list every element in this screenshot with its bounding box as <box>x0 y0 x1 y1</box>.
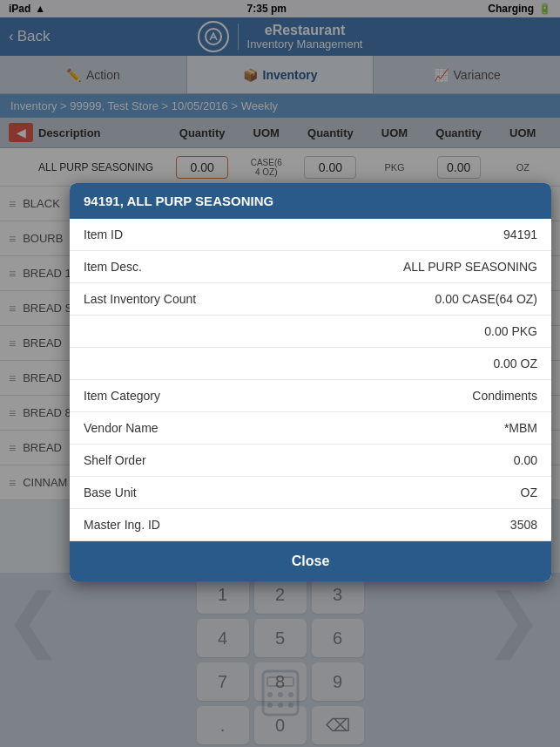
modal-header: 94191, ALL PURP SEASONING <box>70 183 551 219</box>
close-button[interactable]: Close <box>70 541 551 581</box>
last-count-label: Last Inventory Count <box>84 292 196 306</box>
vendor-label: Vendor Name <box>84 421 159 435</box>
modal-row-shelforder: Shelf Order 0.00 <box>70 445 551 477</box>
modal-row-itemid: Item ID 94191 <box>70 219 551 251</box>
category-value: Condiments <box>472 389 537 403</box>
item-id-value: 94191 <box>503 227 537 241</box>
item-desc-label: Item Desc. <box>84 260 142 274</box>
last-count-value: 0.00 CASE(64 OZ) <box>435 292 538 306</box>
shelforder-value: 0.00 <box>514 453 537 467</box>
baseunit-value: OZ <box>521 486 537 499</box>
oz-value: 0.00 OZ <box>493 357 537 370</box>
modal-row-vendor: Vendor Name *MBM <box>70 412 551 445</box>
item-desc-value: ALL PURP SEASONING <box>403 260 537 274</box>
modal-row-pkg: 0.00 PKG <box>70 316 551 348</box>
shelforder-label: Shelf Order <box>84 453 146 467</box>
item-id-label: Item ID <box>84 227 123 241</box>
modal-row-baseunit: Base Unit OZ <box>70 477 551 509</box>
modal-body: Item ID 94191 Item Desc. ALL PURP SEASON… <box>70 219 551 541</box>
vendor-value: *MBM <box>504 421 537 435</box>
pkg-value: 0.00 PKG <box>484 324 537 338</box>
masterid-label: Master Ing. ID <box>84 518 160 532</box>
modal-row-oz: 0.00 OZ <box>70 348 551 380</box>
masterid-value: 3508 <box>510 518 537 532</box>
modal-dialog: 94191, ALL PURP SEASONING Item ID 94191 … <box>70 183 551 581</box>
modal-row-masterid: Master Ing. ID 3508 <box>70 509 551 541</box>
modal-row-itemdesc: Item Desc. ALL PURP SEASONING <box>70 251 551 283</box>
modal-row-lastcount: Last Inventory Count 0.00 CASE(64 OZ) <box>70 283 551 316</box>
category-label: Item Category <box>84 389 160 403</box>
baseunit-label: Base Unit <box>84 486 137 499</box>
modal-row-category: Item Category Condiments <box>70 380 551 412</box>
